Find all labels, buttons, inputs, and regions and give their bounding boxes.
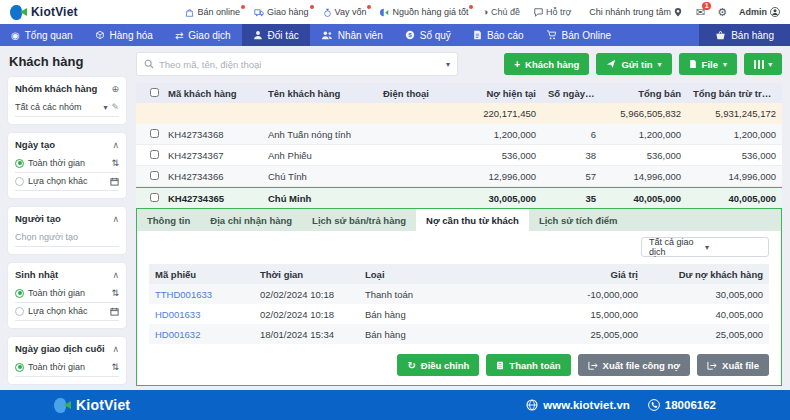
time-spinner-icon[interactable]: ⇅: [111, 362, 119, 372]
radio-selected[interactable]: [15, 159, 24, 168]
created-custom-option[interactable]: Lựa chọn khác: [15, 173, 119, 191]
voucher-link[interactable]: HD001632: [149, 329, 254, 340]
topbar-link-nguon-hang[interactable]: Nguồn hàng giá tốt: [380, 7, 468, 17]
collapse-chevron-icon[interactable]: ∧: [112, 270, 119, 280]
tab-no-can-thu-tu-khach[interactable]: Nợ cần thu từ khách: [416, 209, 529, 231]
search-options-caret-icon[interactable]: ▾: [446, 60, 450, 69]
col-ma-khach-hang[interactable]: Mã khách hàng: [162, 88, 262, 99]
chevron-down-icon: ▾: [723, 60, 727, 69]
radio-selected[interactable]: [15, 363, 24, 372]
last-transaction-all-time-option[interactable]: Toàn thời gian ⇅: [15, 359, 119, 377]
export-file-button[interactable]: Xuất file: [697, 354, 769, 376]
topbar-link-vay-von[interactable]: Vay vốn: [323, 7, 367, 17]
creator-select[interactable]: Chọn người tạo: [15, 229, 119, 247]
row-checkbox[interactable]: [150, 129, 159, 138]
radio-selected[interactable]: [15, 289, 24, 298]
radio-unselected[interactable]: [15, 177, 24, 186]
column-settings-button[interactable]: ▾: [744, 53, 782, 75]
table-header-row: Mã khách hàng Tên khách hàng Điện thoại …: [136, 83, 782, 103]
row-checkbox[interactable]: [150, 193, 159, 202]
row-checkbox[interactable]: [150, 171, 159, 180]
sell-button[interactable]: Bán hàng: [699, 24, 790, 46]
tab-dia-chi-nhan-hang[interactable]: Địa chỉ nhận hàng: [200, 209, 302, 231]
chevron-down-icon: ▾: [705, 243, 761, 252]
add-customer-button[interactable]: + Khách hàng: [504, 53, 589, 75]
send-plane-icon: [606, 59, 616, 69]
export-debt-file-button[interactable]: Xuất file công nợ: [578, 354, 690, 376]
col-thoi-gian: Thời gian: [254, 269, 359, 280]
col-dien-thoai[interactable]: Điện thoại: [377, 88, 447, 99]
nav-item-hang-hoa[interactable]: Hàng hóa: [84, 24, 164, 46]
nav-item-nhan-vien[interactable]: Nhân viên: [310, 24, 394, 46]
user-name: Admin: [739, 7, 767, 17]
nav-item-tong-quan[interactable]: ◉ Tổng quan: [0, 24, 84, 46]
col-ten-khach-hang[interactable]: Tên khách hàng: [262, 88, 377, 99]
radio-unselected[interactable]: [15, 307, 24, 316]
footer: KiotViet www.kiotviet.vn 18006162: [0, 390, 790, 420]
select-all-checkbox[interactable]: [150, 88, 159, 97]
calendar-icon[interactable]: [110, 307, 119, 316]
kiotviet-logo[interactable]: KiotViet: [10, 5, 78, 20]
collapse-chevron-icon[interactable]: ∧: [112, 344, 119, 354]
debt-table-header: Mã phiếu Thời gian Loại Giá trị Dư nợ kh…: [149, 264, 769, 284]
collapse-chevron-icon[interactable]: ∧: [112, 214, 119, 224]
branch-selector[interactable]: Chi nhánh trung tâm: [589, 7, 682, 17]
nav-label: Sổ quỹ: [420, 30, 451, 41]
row-checkbox[interactable]: [150, 150, 159, 159]
shop-bag-icon: [185, 8, 194, 17]
calendar-icon[interactable]: [110, 177, 119, 186]
send-message-button[interactable]: Gửi tin ▾: [596, 53, 671, 75]
search-box[interactable]: ▾: [136, 52, 458, 76]
basket-icon: [715, 30, 726, 40]
footer-website[interactable]: www.kiotviet.vn: [526, 399, 629, 411]
topbar: KiotViet Bán online Giao hàng Vay vốn Ng…: [0, 0, 790, 24]
kiotviet-logo-icon: [10, 5, 27, 20]
nav-item-giao-dich[interactable]: ⇄ Giao dịch: [164, 24, 242, 46]
nav-item-bao-cao[interactable]: Báo cáo: [462, 24, 535, 46]
adjust-button[interactable]: ↻ Điều chỉnh: [397, 354, 479, 376]
nav-item-ban-online[interactable]: Bán Online: [535, 24, 622, 46]
tab-thong-tin[interactable]: Thông tin: [137, 209, 200, 231]
tab-lich-su-tich-diem[interactable]: Lịch sử tích điểm: [529, 209, 628, 231]
col-tong-ban[interactable]: Tổng bán: [602, 88, 687, 99]
birthday-custom-option[interactable]: Lựa chọn khác: [15, 303, 119, 321]
customer-table: Mã khách hàng Tên khách hàng Điện thoại …: [136, 83, 782, 386]
topbar-support[interactable]: Hỗ trợ: [534, 7, 571, 17]
col-no-hien-tai[interactable]: Nợ hiện tại: [447, 88, 542, 99]
topbar-theme[interactable]: ◑ Chủ đề: [482, 7, 519, 17]
edit-pencil-icon[interactable]: ✎: [111, 102, 119, 112]
table-row[interactable]: KH42734367 Anh Phiếu 536,000 38 536,000 …: [136, 145, 782, 166]
voucher-link[interactable]: HD001633: [149, 309, 254, 320]
footer-hotline[interactable]: 18006162: [648, 399, 716, 411]
add-group-icon[interactable]: ⊕: [111, 84, 119, 94]
transaction-filter-dropdown[interactable]: Tất cả giao dịch ▾: [641, 237, 769, 257]
col-tong-ban-tru[interactable]: Tổng bán trừ trả hàng: [687, 88, 782, 99]
table-row-selected[interactable]: KH42734365 Chú Minh 30,005,000 35 40,005…: [136, 187, 782, 208]
col-so-ngay-no[interactable]: Số ngày nợ: [542, 88, 602, 99]
voucher-link[interactable]: TTHD001633: [149, 289, 254, 300]
topbar-link-ban-online[interactable]: Bán online: [185, 7, 240, 17]
time-spinner-icon[interactable]: ⇅: [111, 158, 119, 168]
file-button[interactable]: File ▾: [679, 53, 737, 75]
table-row[interactable]: KH42734366 Chú Tính 12,996,000 57 14,996…: [136, 166, 782, 187]
file-icon: [689, 59, 697, 69]
transactions-icon: ⇄: [175, 30, 183, 41]
time-spinner-icon[interactable]: ⇅: [111, 288, 119, 298]
pay-button[interactable]: Thanh toán: [486, 354, 570, 376]
created-date-card: Ngày tạo ∧ Toàn thời gian ⇅ Lựa chọn khá…: [8, 133, 126, 198]
collapse-chevron-icon[interactable]: ∧: [112, 140, 119, 150]
tab-lich-su-ban-tra-hang[interactable]: Lịch sử bán/trả hàng: [302, 209, 416, 231]
created-all-time-option[interactable]: Toàn thời gian ⇅: [15, 155, 119, 173]
nav-item-doi-tac[interactable]: Đối tác: [242, 24, 310, 46]
col-du-no: Dư nợ khách hàng: [644, 269, 769, 280]
topbar-link-giao-hang[interactable]: Giao hàng: [254, 7, 309, 17]
table-row[interactable]: KH42734368 Anh Tuấn nóng tính 1,200,000 …: [136, 124, 782, 145]
nav-item-so-quy[interactable]: $ Sổ quỹ: [394, 24, 462, 46]
search-input[interactable]: [159, 59, 441, 70]
group-select[interactable]: Tất cả các nhóm ▾ ✎: [15, 99, 119, 117]
mail-button[interactable]: ✉ 1: [696, 6, 705, 19]
settings-gear-icon[interactable]: ⚙: [717, 6, 727, 19]
user-menu[interactable]: Admin: [739, 7, 780, 17]
birthday-all-time-option[interactable]: Toàn thời gian ⇅: [15, 285, 119, 303]
employees-people-icon: [321, 30, 333, 40]
